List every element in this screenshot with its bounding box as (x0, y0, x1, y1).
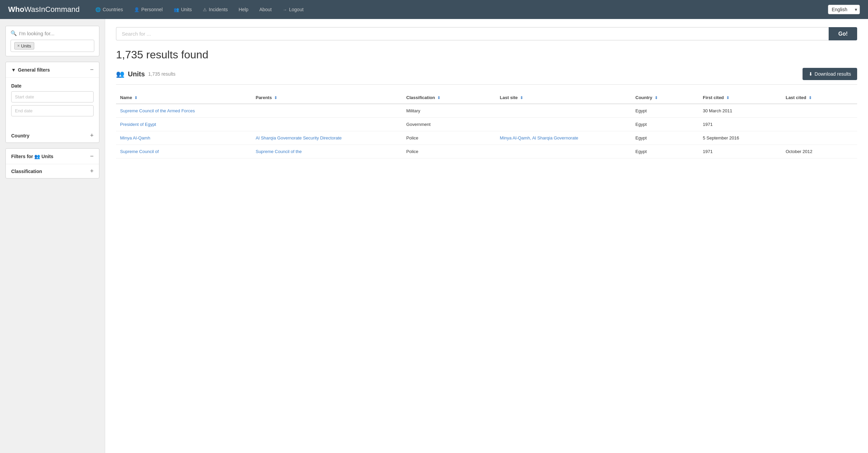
nav-logout-label: Logout (289, 7, 304, 12)
nav-logout[interactable]: → Logout (278, 4, 308, 15)
start-date-input[interactable] (11, 91, 94, 102)
results-count-badge: 1,735 results (148, 71, 175, 77)
cell-country-0: Egypt (631, 104, 699, 118)
nav-about-label: About (259, 7, 272, 12)
th-last-site[interactable]: Last site ⇕ (496, 92, 632, 104)
nav-help[interactable]: Help (234, 4, 253, 15)
cell-lastsite-1 (496, 118, 632, 131)
cell-name-3-link[interactable]: Supreme Council of (120, 149, 159, 154)
cell-parents-1 (252, 118, 402, 131)
arrow-right-icon: → (283, 7, 287, 12)
brand-part2: WasInCommand (24, 5, 80, 14)
cell-lastcited-3: October 2012 (782, 145, 857, 158)
cell-firstcited-3: 1971 (699, 145, 782, 158)
collapse-general-filters-icon[interactable]: − (90, 66, 94, 73)
download-button-label: Download results (815, 71, 851, 77)
results-type-icon: 👥 (116, 70, 124, 78)
table-header-row: Name ⇕ Parents ⇕ Classification ⇕ Last s… (116, 92, 857, 104)
nav-units-label: Units (181, 7, 192, 12)
classification-filter-label: Classification (11, 169, 42, 174)
main-content: Go! 1,735 results found 👥 Units 1,735 re… (105, 19, 868, 453)
cell-parents-3[interactable]: Supreme Council of the (252, 145, 402, 158)
sort-classification-icon[interactable]: ⇕ (437, 96, 440, 100)
units-filters-header[interactable]: Filters for 👥 Units − (6, 149, 99, 164)
th-country[interactable]: Country ⇕ (631, 92, 699, 104)
country-filter-row[interactable]: Country + (6, 129, 99, 143)
site-brand[interactable]: WhoWasInCommand (8, 5, 80, 14)
search-bar-row: Go! (116, 27, 857, 40)
th-classification[interactable]: Classification ⇕ (402, 92, 496, 104)
sort-name-icon[interactable]: ⇕ (134, 96, 137, 100)
cell-country-1: Egypt (631, 118, 699, 131)
cell-name-0[interactable]: Supreme Council of the Armed Forces (116, 104, 252, 118)
classification-filter-row[interactable]: Classification + (6, 164, 99, 178)
cell-firstcited-2: 5 September 2016 (699, 131, 782, 145)
cell-parents-2-link[interactable]: Al Sharqia Governorate Security Director… (256, 135, 342, 140)
language-select[interactable]: EnglishEspañolFrançais (828, 5, 860, 14)
nav-countries-label: Countries (103, 7, 123, 12)
cell-name-3[interactable]: Supreme Council of (116, 145, 252, 158)
cell-name-0-link[interactable]: Supreme Council of the Armed Forces (120, 108, 195, 113)
cell-parents-2[interactable]: Al Sharqia Governorate Security Director… (252, 131, 402, 145)
general-filters-body: Date (6, 78, 99, 129)
nav-about[interactable]: About (254, 4, 276, 15)
expand-country-icon[interactable]: + (90, 132, 94, 139)
general-filters-label: General filters (18, 67, 50, 73)
cell-classification-2: Police (402, 131, 496, 145)
tag-units-label: Units (21, 43, 31, 49)
search-type-title: 🔍 I'm looking for... (11, 30, 94, 36)
search-input[interactable] (116, 27, 829, 40)
th-name[interactable]: Name ⇕ (116, 92, 252, 104)
sort-lastsite-icon[interactable]: ⇕ (520, 96, 523, 100)
nav-personnel[interactable]: 👤 Personnel (129, 4, 168, 15)
results-table: Name ⇕ Parents ⇕ Classification ⇕ Last s… (116, 92, 857, 158)
table-row: Supreme Council of the Armed ForcesMilit… (116, 104, 857, 118)
cell-name-1[interactable]: President of Egypt (116, 118, 252, 131)
cell-classification-3: Police (402, 145, 496, 158)
tag-area[interactable]: × Units (11, 40, 94, 52)
cell-lastcited-0 (782, 104, 857, 118)
cell-name-1-link[interactable]: President of Egypt (120, 122, 156, 127)
cell-classification-1: Government (402, 118, 496, 131)
download-results-button[interactable]: ⬇ Download results (803, 68, 857, 80)
date-label: Date (11, 83, 94, 89)
cell-parents-3-link[interactable]: Supreme Council of the (256, 149, 302, 154)
cell-lastsite-0 (496, 104, 632, 118)
go-button[interactable]: Go! (829, 27, 857, 40)
cell-country-3: Egypt (631, 145, 699, 158)
nav-incidents-label: Incidents (209, 7, 228, 12)
end-date-input[interactable] (11, 105, 94, 116)
th-last-cited[interactable]: Last cited ⇕ (782, 92, 857, 104)
units-group-icon: 👥 (34, 154, 41, 159)
cell-lastsite-2-link[interactable]: Minya Al-Qamh, Al Sharqia Governorate (500, 135, 578, 140)
navbar: WhoWasInCommand 🌐 Countries 👤 Personnel … (0, 0, 868, 19)
sort-firstcited-icon[interactable]: ⇕ (726, 96, 729, 100)
date-filter: Date (11, 83, 94, 119)
warning-icon: ⚠ (203, 7, 207, 12)
sort-country-icon[interactable]: ⇕ (655, 96, 658, 100)
th-first-cited[interactable]: First cited ⇕ (699, 92, 782, 104)
expand-classification-icon[interactable]: + (90, 168, 94, 175)
tag-remove-units[interactable]: × (17, 43, 20, 48)
collapse-units-filters-icon[interactable]: − (90, 153, 94, 160)
general-filters-header[interactable]: ▼ General filters − (6, 62, 99, 78)
th-parents[interactable]: Parents ⇕ (252, 92, 402, 104)
country-filter-label: Country (11, 133, 30, 138)
cell-country-2: Egypt (631, 131, 699, 145)
table-row: President of EgyptGovernmentEgypt1971 (116, 118, 857, 131)
cell-lastcited-2 (782, 131, 857, 145)
group-icon: 👥 (174, 7, 179, 12)
sort-parents-icon[interactable]: ⇕ (274, 96, 277, 100)
table-head: Name ⇕ Parents ⇕ Classification ⇕ Last s… (116, 92, 857, 104)
results-type-label: Units (128, 70, 145, 78)
language-selector-wrapper: EnglishEspañolFrançais (828, 5, 860, 14)
nav-incidents[interactable]: ⚠ Incidents (198, 4, 233, 15)
nav-units[interactable]: 👥 Units (169, 4, 197, 15)
cell-name-2-link[interactable]: Minya Al-Qamh (120, 135, 150, 140)
cell-parents-0 (252, 104, 402, 118)
sort-lastcited-icon[interactable]: ⇕ (809, 96, 812, 100)
cell-name-2[interactable]: Minya Al-Qamh (116, 131, 252, 145)
cell-lastsite-2[interactable]: Minya Al-Qamh, Al Sharqia Governorate (496, 131, 632, 145)
nav-personnel-label: Personnel (141, 7, 163, 12)
nav-countries[interactable]: 🌐 Countries (91, 4, 128, 15)
